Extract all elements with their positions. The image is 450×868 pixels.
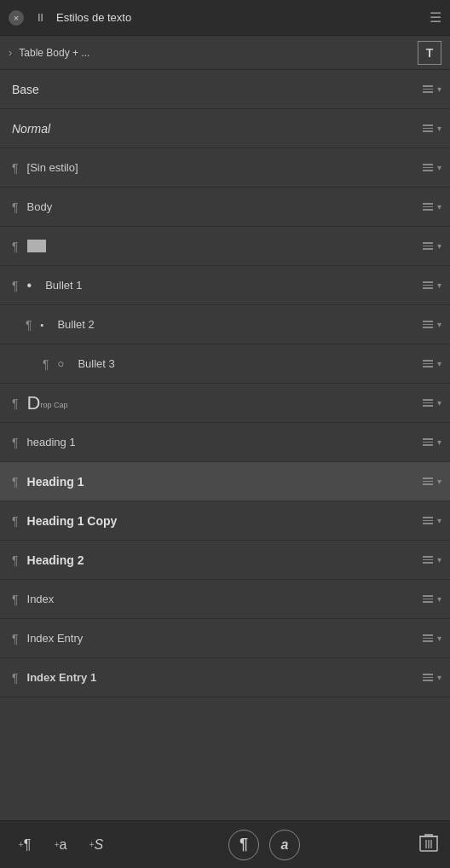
- type-icon-button[interactable]: T: [418, 41, 441, 65]
- style-item-bullet1[interactable]: ¶ • Bullet 1 ▾: [0, 266, 450, 305]
- breadcrumb-arrow[interactable]: ›: [9, 46, 12, 59]
- style-item-swatch[interactable]: ¶ ▾: [0, 227, 450, 266]
- para-symbol: ¶: [239, 836, 248, 854]
- style-item-normal[interactable]: Normal ▾: [0, 109, 450, 148]
- style-item-sin-estilo[interactable]: ¶ [Sin estilo] ▾: [0, 148, 450, 188]
- style-menu-base[interactable]: ▾: [423, 84, 441, 94]
- style-name-base: Base: [12, 83, 423, 96]
- style-menu-sin-estilo[interactable]: ▾: [423, 163, 441, 172]
- bullet2-marker: ▪: [41, 320, 44, 330]
- style-name-bullet3: Bullet 3: [78, 357, 423, 370]
- para-icon: ¶: [12, 632, 19, 645]
- para-icon: ¶: [12, 671, 19, 685]
- char-symbol: a: [281, 837, 289, 853]
- style-item-bullet2[interactable]: ¶ ▪ Bullet 2 ▾: [0, 305, 450, 344]
- style-name-index-entry: Index Entry: [27, 632, 423, 645]
- style-menu-heading1copy[interactable]: ▾: [423, 516, 441, 525]
- para-icon: ¶: [12, 396, 19, 410]
- style-name-heading1: Heading 1: [27, 475, 423, 489]
- para-icon: ¶: [12, 553, 19, 567]
- hamburger-icon[interactable]: ☰: [430, 10, 441, 25]
- para-icon: ¶: [12, 475, 19, 489]
- style-item-base[interactable]: Base ▾: [0, 70, 450, 109]
- styles-list: Base ▾ Normal ▾ ¶ [Sin estilo] ▾ ¶ Body …: [0, 70, 450, 820]
- title-bar: × ⏸ Estilos de texto ☰: [0, 0, 450, 36]
- style-name-heading2: Heading 2: [27, 553, 423, 567]
- style-item-index-entry1[interactable]: ¶ Index Entry 1 ▾: [0, 658, 450, 697]
- style-item-index[interactable]: ¶ Index ▾: [0, 580, 450, 619]
- add-para-icon: ¶: [24, 837, 32, 853]
- delete-button[interactable]: [419, 832, 438, 857]
- add-style-icon: S: [95, 837, 104, 853]
- style-name-normal: Normal: [12, 122, 423, 136]
- style-item-heading2[interactable]: ¶ Heading 2 ▾: [0, 541, 450, 580]
- style-name-body: Body: [27, 200, 423, 213]
- para-icon: ¶: [26, 318, 32, 332]
- para-symbol-button[interactable]: ¶: [228, 830, 259, 860]
- style-item-heading1copy[interactable]: ¶ Heading 1 Copy ▾: [0, 501, 450, 541]
- style-menu-dropcap[interactable]: ▾: [423, 398, 441, 408]
- close-button[interactable]: ×: [9, 10, 24, 26]
- pause-button[interactable]: ⏸: [32, 10, 48, 26]
- style-name-heading1-lower: heading 1: [27, 436, 423, 448]
- style-name-bullet1: Bullet 1: [45, 279, 423, 292]
- para-icon: ¶: [12, 161, 19, 175]
- title-bar-left: × ⏸ Estilos de texto: [9, 10, 131, 26]
- para-icon: ¶: [12, 436, 19, 449]
- style-menu-index-entry[interactable]: ▾: [423, 634, 441, 643]
- style-item-body[interactable]: ¶ Body ▾: [0, 188, 450, 227]
- char-symbol-button[interactable]: a: [269, 830, 300, 860]
- style-name-index: Index: [27, 593, 423, 605]
- bullet3-marker: ○: [58, 357, 65, 370]
- style-menu-bullet2[interactable]: ▾: [423, 320, 441, 329]
- style-item-heading1[interactable]: ¶ Heading 1 ▾: [0, 462, 450, 501]
- para-icon: ¶: [12, 240, 19, 253]
- para-icon: ¶: [12, 279, 19, 292]
- dropcap-display: Drop Cap: [27, 394, 68, 413]
- style-item-heading1-lower[interactable]: ¶ heading 1 ▾: [0, 423, 450, 462]
- style-item-index-entry[interactable]: ¶ Index Entry ▾: [0, 619, 450, 658]
- style-menu-heading2[interactable]: ▾: [423, 555, 441, 564]
- style-menu-heading1[interactable]: ▾: [423, 477, 441, 486]
- style-menu-normal[interactable]: ▾: [423, 124, 441, 133]
- add-char-icon: a: [59, 837, 66, 853]
- breadcrumb-text: Table Body + ...: [19, 47, 411, 59]
- style-menu-swatch[interactable]: ▾: [423, 241, 441, 251]
- style-name-sin-estilo: [Sin estilo]: [27, 161, 423, 174]
- style-item-dropcap[interactable]: ¶ Drop Cap ▾: [0, 384, 450, 423]
- style-menu-index[interactable]: ▾: [423, 594, 441, 604]
- para-icon: ¶: [43, 357, 49, 371]
- para-icon: ¶: [12, 514, 19, 528]
- para-icon: ¶: [12, 593, 19, 606]
- panel-title: Estilos de texto: [56, 11, 131, 24]
- style-menu-bullet3[interactable]: ▾: [423, 359, 441, 368]
- add-char-style-button[interactable]: + a: [48, 832, 73, 858]
- style-name-index-entry1: Index Entry 1: [27, 671, 423, 684]
- bottom-toolbar: + ¶ + a + S ¶ a: [0, 820, 450, 868]
- color-swatch: [27, 240, 46, 252]
- para-icon: ¶: [12, 200, 19, 214]
- add-style-button[interactable]: + S: [84, 832, 109, 858]
- style-menu-bullet1[interactable]: ▾: [423, 281, 441, 290]
- title-bar-menu[interactable]: ☰: [430, 9, 441, 26]
- style-name-heading1copy: Heading 1 Copy: [27, 514, 423, 528]
- type-icon-label: T: [426, 46, 434, 60]
- add-paragraph-style-button[interactable]: + ¶: [12, 832, 38, 858]
- breadcrumb-bar: › Table Body + ... T: [0, 36, 450, 70]
- style-name-bullet2: Bullet 2: [57, 318, 423, 331]
- style-menu-heading1-lower[interactable]: ▾: [423, 437, 441, 447]
- style-item-bullet3[interactable]: ¶ ○ Bullet 3 ▾: [0, 344, 450, 384]
- bullet1-marker: •: [27, 278, 32, 293]
- style-menu-index-entry1[interactable]: ▾: [423, 673, 441, 682]
- style-menu-body[interactable]: ▾: [423, 202, 441, 211]
